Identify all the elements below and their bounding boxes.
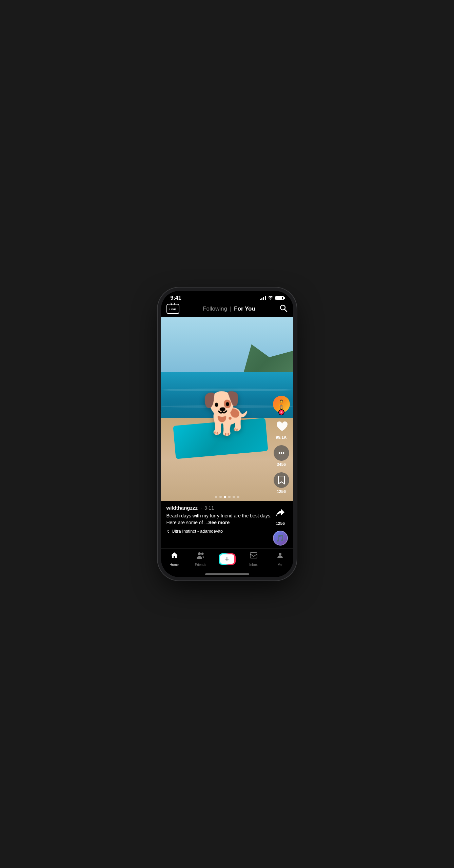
home-icon <box>170 551 178 561</box>
share-icon <box>273 505 288 520</box>
me-icon <box>276 551 284 561</box>
svg-point-8 <box>279 553 281 555</box>
live-label: LIVE <box>170 308 176 311</box>
dot-6[interactable] <box>237 496 239 498</box>
svg-point-6 <box>201 553 203 555</box>
username[interactable]: wildthangzzz <box>166 505 198 511</box>
music-text: Ultra Instinct - adamdevito <box>172 529 223 534</box>
nav-home[interactable]: Home <box>164 551 184 567</box>
battery-icon <box>275 296 284 300</box>
friends-label: Friends <box>195 563 206 567</box>
svg-line-1 <box>284 310 287 312</box>
nav-friends[interactable]: Friends <box>191 551 211 567</box>
inbox-icon <box>250 551 258 561</box>
phone-inner: 9:41 <box>161 291 293 577</box>
svg-point-5 <box>198 552 201 555</box>
following-tab[interactable]: Following <box>203 305 227 312</box>
home-label: Home <box>170 563 179 567</box>
share-count: 1256 <box>276 521 285 526</box>
signal-bars-icon <box>260 296 266 300</box>
music-avatar[interactable]: 🎵 <box>273 531 288 546</box>
top-nav: LIVE Following | For You <box>161 302 293 317</box>
like-button[interactable]: 99.1K <box>274 418 289 440</box>
follow-plus-button[interactable]: + <box>278 409 284 415</box>
me-label: Me <box>278 563 282 567</box>
bookmark-icon <box>274 472 289 488</box>
comment-icon <box>274 445 289 461</box>
svg-point-4 <box>282 452 284 454</box>
share-button[interactable]: 1256 <box>273 505 288 526</box>
friends-icon <box>196 551 205 561</box>
status-icons <box>260 296 284 300</box>
creator-avatar-container[interactable]: 🧍 + <box>273 396 290 413</box>
svg-point-2 <box>278 452 280 454</box>
inbox-label: Inbox <box>249 563 257 567</box>
create-plus-icon: + <box>220 554 234 564</box>
music-row[interactable]: ♫ Ultra Instinct - adamdevito <box>166 529 273 534</box>
dot-5[interactable] <box>233 496 235 498</box>
home-indicator <box>205 573 249 575</box>
photo-dots <box>215 496 239 498</box>
dot-1[interactable] <box>215 496 217 498</box>
nav-create[interactable]: + <box>217 553 237 565</box>
video-area[interactable]: 🐕 🧍 + 99.1K <box>161 317 293 501</box>
svg-point-3 <box>280 452 282 454</box>
side-actions: 🧍 + 99.1K <box>273 396 290 494</box>
post-date-value: 3-11 <box>204 505 214 511</box>
post-info: wildthangzzz · 3-11 Beach days with my f… <box>166 505 273 534</box>
post-date: · <box>200 505 202 511</box>
like-count: 99.1K <box>276 435 287 440</box>
for-you-tab[interactable]: For You <box>234 305 255 312</box>
nav-inbox[interactable]: Inbox <box>243 551 264 567</box>
dot-2[interactable] <box>219 496 222 498</box>
status-time: 9:41 <box>171 295 181 301</box>
dot-4[interactable] <box>228 496 231 498</box>
post-info-area: wildthangzzz · 3-11 Beach days with my f… <box>161 501 293 548</box>
wifi-icon <box>268 296 273 300</box>
nav-tabs: Following | For You <box>203 305 255 312</box>
search-icon <box>279 304 288 313</box>
bottom-nav: Home Friends + <box>161 548 293 573</box>
music-note-icon: ♫ <box>166 529 170 534</box>
status-bar: 9:41 <box>161 291 293 302</box>
svg-rect-7 <box>250 553 257 558</box>
bookmark-count: 1256 <box>277 489 286 494</box>
search-button[interactable] <box>279 304 288 314</box>
nav-divider: | <box>230 306 231 312</box>
nav-me[interactable]: Me <box>270 551 290 567</box>
comment-count: 3456 <box>277 462 286 467</box>
bookmark-button[interactable]: 1256 <box>274 472 289 494</box>
live-button[interactable]: LIVE <box>166 304 179 314</box>
video-thumbnail: 🐕 <box>181 363 273 464</box>
create-button[interactable]: + <box>219 553 236 565</box>
dot-3[interactable] <box>224 496 226 498</box>
see-more-button[interactable]: See more <box>208 520 230 525</box>
heart-icon <box>274 418 289 434</box>
phone-frame: 9:41 <box>161 291 293 577</box>
post-description: Beach days with my furry friend are the … <box>166 513 273 526</box>
comment-button[interactable]: 3456 <box>274 445 289 467</box>
